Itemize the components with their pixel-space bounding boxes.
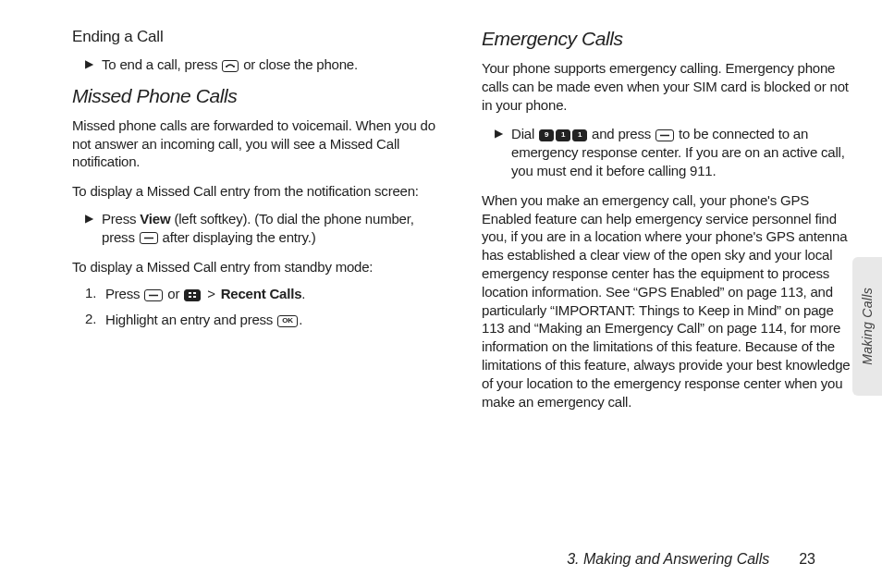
bullet-end-call: ▶ To end a call, press or close the phon… [72,55,445,74]
bullet-marker-icon: ▶ [85,55,102,74]
menu-key-icon [184,289,201,301]
para-emergency-intro: Your phone supports emergency calling. E… [482,59,854,114]
para-gps-info: When you make an emergency call, your ph… [482,191,854,411]
breadcrumb-separator: > [203,286,219,301]
text-fragment: To end a call, press [102,56,221,72]
text-fragment: . [299,312,302,327]
bullet-view-softkey: ▶ Press View (left softkey). (To dial th… [72,210,445,247]
step-1: 1. Press or > Recent Calls. [72,285,445,303]
page-content: Ending a Call ▶ To end a call, press or … [0,0,882,422]
svg-point-0 [226,66,227,67]
view-label: View [140,211,170,227]
key-9-icon: 9 [539,129,554,141]
text-fragment: or close the phone. [239,56,358,72]
key-1-icon: 1 [572,129,587,141]
intro-notification: To display a Missed Call entry from the … [72,182,445,201]
text-fragment: . [301,286,305,301]
ok-key-icon: OK [277,315,298,327]
bullet-dial-911: ▶ Dial 911 and press to be connected to … [482,125,854,179]
step-2: 2. Highlight an entry and press OK. [72,311,445,329]
section-tab: Making Calls [852,257,882,396]
svg-point-1 [233,66,235,67]
bullet-marker-icon: ▶ [495,125,511,179]
step-text: Press or > Recent Calls. [105,285,445,303]
svg-rect-5 [193,292,196,294]
svg-rect-4 [189,292,191,294]
text-fragment: Press [102,211,140,227]
heading-missed-calls: Missed Phone Calls [72,85,445,107]
step-number: 1. [85,285,105,303]
svg-rect-6 [189,296,191,298]
bullet-text: Press View (left softkey). (To dial the … [102,210,445,247]
chapter-title: 3. Making and Answering Calls [567,551,769,568]
svg-rect-7 [193,296,196,298]
text-fragment: and press [588,126,655,141]
heading-ending-call: Ending a Call [72,28,445,46]
text-fragment: Press [105,286,143,301]
text-fragment: Dial [511,126,538,141]
recent-calls-label: Recent Calls [221,286,302,301]
text-fragment: or [164,286,183,301]
text-fragment: Highlight an entry and press [105,312,276,327]
send-key-icon [140,232,158,244]
section-tab-label: Making Calls [860,288,875,365]
bullet-marker-icon: ▶ [85,210,102,247]
intro-standby: To display a Missed Call entry from stan… [72,258,445,276]
send-key-icon [144,289,163,301]
text-fragment: after displaying the entry.) [159,229,316,245]
left-column: Ending a Call ▶ To end a call, press or … [72,28,445,422]
right-column: Emergency Calls Your phone supports emer… [482,28,854,422]
key-1-icon: 1 [556,129,570,141]
page-footer: 3. Making and Answering Calls 23 [567,551,815,568]
bullet-text: To end a call, press or close the phone. [102,55,445,74]
send-key-icon [655,129,674,141]
page-number: 23 [799,551,815,568]
heading-emergency: Emergency Calls [482,28,854,50]
end-key-icon [222,60,239,72]
step-text: Highlight an entry and press OK. [105,311,445,329]
bullet-text: Dial 911 and press to be connected to an… [511,125,854,179]
para-missed-intro: Missed phone calls are forwarded to voic… [72,116,445,171]
step-number: 2. [85,311,105,329]
